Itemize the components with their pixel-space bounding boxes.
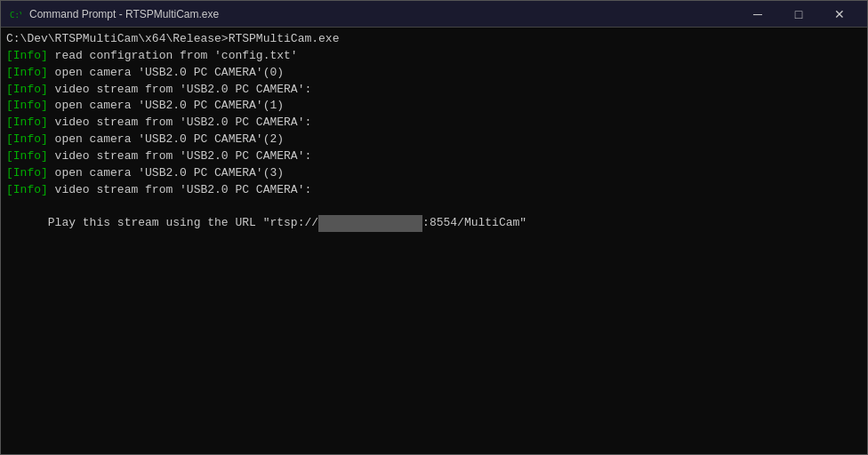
terminal-line: [Info] video stream from 'USB2.0 PC CAME… — [6, 148, 862, 165]
terminal-line: [Info] open camera 'USB2.0 PC CAMERA'(0) — [6, 65, 862, 82]
path-line: C:\Dev\RTSPMultiCam\x64\Release>RTSPMult… — [6, 31, 862, 48]
terminal-line: [Info] open camera 'USB2.0 PC CAMERA'(3) — [6, 165, 862, 182]
terminal-line: [Info] video stream from 'USB2.0 PC CAME… — [6, 182, 862, 199]
url-prefix: Play this stream using the URL "rtsp:// — [48, 216, 318, 229]
terminal-line: [Info] video stream from 'USB2.0 PC CAME… — [6, 115, 862, 132]
info-tag: [Info] — [6, 132, 48, 146]
line-text: open camera 'USB2.0 PC CAMERA'(3) — [48, 166, 284, 180]
terminal-line: [Info] read configration from 'config.tx… — [6, 48, 862, 65]
main-window: C:\ Command Prompt - RTSPMultiCam.exe ─ … — [0, 0, 868, 455]
line-text: open camera 'USB2.0 PC CAMERA'(1) — [48, 99, 284, 112]
url-line: Play this stream using the URL "rtsp:// … — [6, 198, 862, 249]
terminal-body[interactable]: C:\Dev\RTSPMultiCam\x64\Release>RTSPMult… — [1, 28, 867, 454]
titlebar: C:\ Command Prompt - RTSPMultiCam.exe ─ … — [1, 1, 867, 28]
info-tag: [Info] — [6, 166, 48, 180]
line-text: video stream from 'USB2.0 PC CAMERA': — [48, 116, 311, 129]
info-tag: [Info] — [6, 149, 48, 163]
window-controls: ─ □ ✕ — [737, 1, 860, 28]
info-tag: [Info] — [6, 183, 48, 196]
info-tag: [Info] — [6, 66, 48, 79]
close-button[interactable]: ✕ — [819, 1, 860, 28]
info-tag: [Info] — [6, 99, 48, 112]
line-text: video stream from 'USB2.0 PC CAMERA': — [48, 83, 311, 96]
terminal-line: [Info] open camera 'USB2.0 PC CAMERA'(2) — [6, 132, 862, 148]
minimize-button[interactable]: ─ — [737, 1, 778, 28]
svg-text:C:\: C:\ — [10, 11, 21, 20]
terminal-line: [Info] video stream from 'USB2.0 PC CAME… — [6, 82, 862, 99]
line-text: read configration from 'config.txt' — [48, 49, 298, 62]
cmd-icon: C:\ — [8, 7, 22, 21]
info-tag: [Info] — [6, 83, 48, 96]
terminal-output: [Info] read configration from 'config.tx… — [6, 48, 862, 199]
line-text: video stream from 'USB2.0 PC CAMERA': — [48, 183, 311, 196]
line-text: open camera 'USB2.0 PC CAMERA'(2) — [48, 132, 284, 146]
line-text: open camera 'USB2.0 PC CAMERA'(0) — [48, 66, 284, 79]
info-tag: [Info] — [6, 49, 48, 62]
line-text: video stream from 'USB2.0 PC CAMERA': — [48, 149, 311, 163]
maximize-button[interactable]: □ — [778, 1, 819, 28]
url-redacted — [318, 215, 422, 232]
terminal-line: [Info] open camera 'USB2.0 PC CAMERA'(1) — [6, 98, 862, 115]
info-tag: [Info] — [6, 116, 48, 129]
window-title: Command Prompt - RTSPMultiCam.exe — [29, 8, 730, 20]
url-suffix: :8554/MultiCam" — [422, 216, 526, 229]
